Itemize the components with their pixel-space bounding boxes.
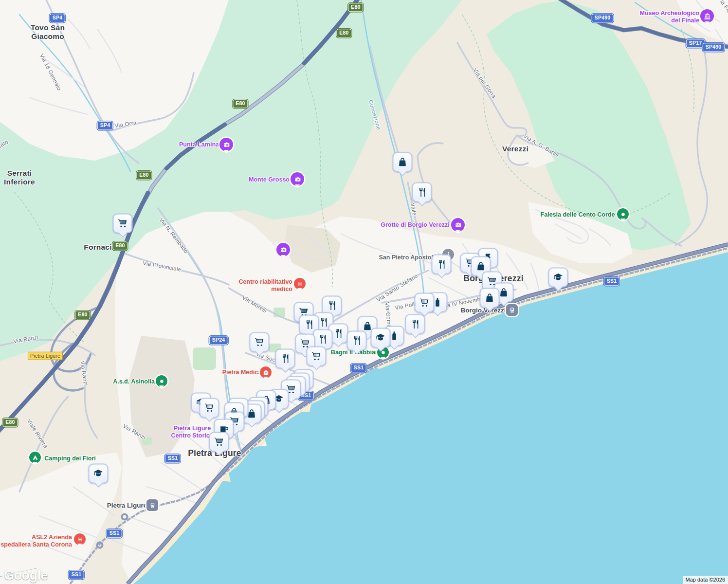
camera-icon (454, 221, 462, 229)
restaurant-icon (436, 259, 447, 270)
road-shield-sp490: SP490 (703, 43, 725, 52)
cart-icon (419, 297, 430, 309)
graduation-icon (375, 332, 386, 344)
dot-icon (158, 378, 165, 385)
poi-label: Grotte di Borgio Verezzi (381, 221, 450, 229)
poi-cart-pin[interactable] (307, 347, 327, 366)
poi-label: Punta Lamina (179, 141, 219, 148)
poi-dot-marker[interactable] (156, 375, 167, 387)
poi-camera-marker[interactable] (219, 138, 233, 151)
restaurant-icon (280, 353, 291, 365)
camera-icon (293, 175, 302, 183)
hospital-icon (296, 280, 304, 288)
graduation-icon (553, 272, 564, 283)
poi-cart-pin[interactable] (415, 293, 435, 313)
restaurant-icon (317, 334, 328, 345)
road-shield-sp4: SP4 (50, 14, 65, 22)
map[interactable]: Google Map data ©2026 (0, 0, 728, 584)
poi-label: San Pietro Apostolo (379, 254, 437, 261)
poi-camera-marker[interactable] (451, 218, 465, 232)
poi-restaurant-pin[interactable] (347, 331, 367, 351)
poi-camera-marker[interactable] (276, 243, 290, 256)
cart-icon (204, 402, 215, 414)
restaurant-icon (410, 319, 421, 330)
poi-label: Centro riabilitativomedico (239, 278, 292, 293)
poi-bag-pin[interactable] (393, 152, 413, 172)
poi-train-marker[interactable] (146, 499, 158, 511)
poi-label: A.s.d. Asinolla (113, 378, 155, 385)
town-label: Fornaci (84, 243, 111, 252)
restaurant-icon (351, 335, 363, 347)
graduation-icon (93, 468, 104, 479)
poi-label: ASL2 Aziendaspedaliera Santa Corona (0, 534, 72, 548)
restaurant-icon (327, 300, 338, 311)
restaurant-icon (333, 328, 344, 339)
poi-restaurant-pin[interactable] (432, 255, 452, 274)
restaurant-icon (318, 317, 329, 328)
train-icon (149, 502, 156, 509)
poi-bag-pin[interactable] (480, 288, 500, 308)
road-shield-sp4: SP4 (97, 121, 113, 130)
poi-museum-marker[interactable] (700, 9, 714, 23)
poi-label: Monte Grosso (249, 176, 290, 183)
road-shield-ss1: SS1 (351, 364, 366, 372)
restaurant-icon (304, 319, 315, 330)
dot-icon (619, 211, 627, 218)
road-shield-e80: E80 (75, 310, 90, 319)
map-canvas[interactable] (0, 0, 728, 584)
road-shield-ss1: SS1 (604, 277, 619, 286)
poi-cart-pin[interactable] (113, 214, 133, 234)
poi-graduation-pin[interactable] (371, 328, 391, 348)
poi-cart-pin[interactable] (250, 332, 270, 352)
poi-label: Pietra Medica (222, 369, 262, 376)
road-shield-ss1: SS1 (69, 570, 84, 579)
hospital-icon (76, 536, 84, 543)
bag-icon (498, 287, 510, 298)
road-shield-ss1: SS1 (165, 454, 181, 463)
road-shield-e80: E80 (348, 3, 363, 12)
bag-icon (475, 261, 487, 272)
clinic-icon (262, 369, 270, 376)
road-shield-e80: E80 (112, 241, 127, 250)
poi-hospital-marker[interactable] (74, 533, 86, 545)
road-shield-sp490: SP490 (592, 14, 614, 22)
cart-icon (214, 437, 225, 448)
road-shield-pietra-ligure: Pietra Ligure (28, 352, 63, 360)
poi-clinic-marker[interactable] (260, 366, 272, 378)
road-shield-e80: E80 (2, 418, 18, 427)
bag-icon (484, 292, 495, 304)
poi-graduation-pin[interactable] (89, 464, 109, 484)
cart-icon (311, 351, 322, 362)
bag-icon (397, 157, 408, 168)
map-attribution: Map data ©2026 (683, 576, 728, 584)
poi-dot-marker[interactable] (617, 208, 629, 220)
poi-graduation-pin[interactable] (548, 268, 568, 288)
poi-restaurant-pin[interactable] (405, 314, 425, 334)
poi-restaurant-pin[interactable] (412, 182, 432, 202)
restaurant-icon (417, 187, 428, 198)
road-shield-e80: E80 (336, 29, 351, 37)
town-label: Verezzi (502, 145, 528, 153)
poi-cart-pin[interactable] (200, 398, 219, 418)
poi-label: Camping dei Fiori (44, 455, 96, 462)
poi-restaurant-pin[interactable] (275, 349, 295, 369)
cart-icon (117, 218, 128, 229)
camera-icon (279, 246, 288, 254)
road-shield-ss1: SS1 (107, 529, 122, 538)
road-shield-e80: E80 (136, 171, 151, 180)
tent-icon (32, 454, 39, 461)
google-logo[interactable]: Google (4, 568, 48, 583)
poi-hospital-marker[interactable] (294, 278, 306, 290)
road-shield-e80: E80 (233, 99, 248, 108)
road-shield-sp17: SP17 (686, 39, 705, 48)
poi-cart-pin[interactable] (209, 432, 229, 452)
town-label: Tovo SanGiacomo (31, 23, 65, 41)
museum-icon (703, 12, 711, 20)
poi-train-marker[interactable] (506, 304, 518, 316)
town-label: SerratiInferiore (4, 169, 35, 186)
poi-label: Falesia delle Cento Corde (541, 211, 615, 219)
poi-label: Pietra LigureCentro Storico (171, 425, 214, 439)
road-shield-sp24: SP24 (209, 336, 228, 345)
poi-camera-marker[interactable] (291, 172, 304, 186)
poi-tent-marker[interactable] (29, 452, 41, 463)
